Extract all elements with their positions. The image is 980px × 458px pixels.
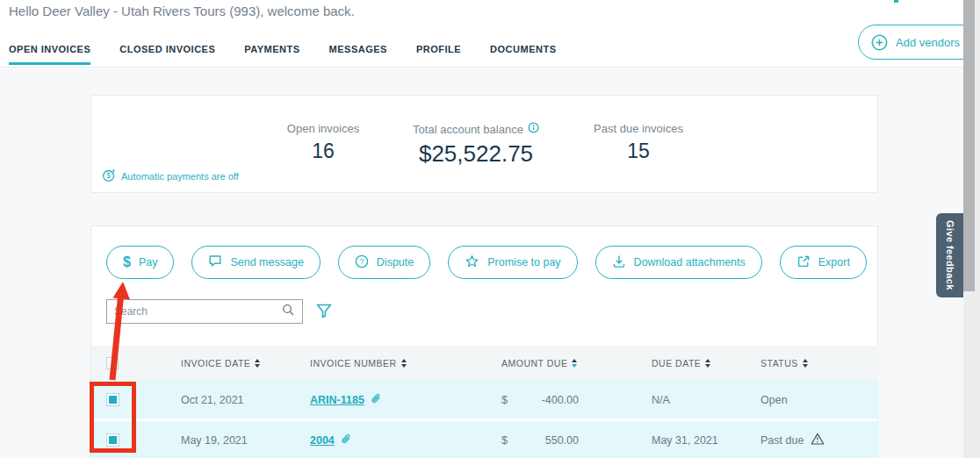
tab-payments[interactable]: PAYMENTS bbox=[244, 44, 299, 65]
tab-bar: OPEN INVOICES CLOSED INVOICES PAYMENTS M… bbox=[9, 44, 556, 65]
tab-profile[interactable]: PROFILE bbox=[416, 44, 461, 65]
dispute-label: Dispute bbox=[377, 256, 414, 268]
tab-documents[interactable]: DOCUMENTS bbox=[490, 44, 556, 65]
pay-button[interactable]: $ Pay bbox=[106, 246, 174, 279]
promise-to-pay-label: Promise to pay bbox=[487, 256, 560, 268]
svg-text:?: ? bbox=[359, 257, 364, 266]
currency-symbol: $ bbox=[501, 394, 508, 406]
download-icon bbox=[612, 254, 626, 271]
column-status[interactable]: STATUS bbox=[760, 358, 879, 369]
amount-value: -400.00 bbox=[542, 394, 579, 406]
vendor-portal-page: Hello Deer Valley - Utah Rivers Tours (9… bbox=[0, 0, 980, 458]
download-attachments-button[interactable]: Download attachments bbox=[595, 246, 762, 279]
account-summary-card: Open invoices 16 Total account balance $… bbox=[90, 95, 878, 193]
amount-due-cell: $ 550.00 bbox=[501, 434, 579, 447]
clipped-button-edge bbox=[894, 0, 898, 3]
status-cell: Open bbox=[760, 394, 879, 406]
column-invoice-date[interactable]: INVOICE DATE bbox=[181, 358, 310, 369]
checkbox-check bbox=[109, 436, 117, 444]
search-icon bbox=[282, 304, 295, 320]
stat-total-balance: Total account balance $25,522.75 bbox=[413, 122, 539, 168]
automatic-payments-link[interactable]: $ Automatic payments are off bbox=[102, 168, 239, 184]
dollar-icon: $ bbox=[123, 255, 131, 269]
currency-symbol: $ bbox=[501, 434, 508, 447]
attachment-icon[interactable] bbox=[370, 393, 381, 407]
row-checkbox[interactable] bbox=[106, 433, 119, 447]
add-vendors-label: Add vendors bbox=[896, 36, 960, 49]
dispute-button[interactable]: ? Dispute bbox=[338, 246, 430, 279]
scrollbar-thumb[interactable] bbox=[963, 0, 975, 291]
send-message-button[interactable]: Send message bbox=[191, 246, 320, 279]
attachment-icon[interactable] bbox=[340, 433, 351, 447]
stat-label: Past due invoices bbox=[594, 122, 683, 135]
due-date-cell: May 31, 2021 bbox=[652, 434, 760, 447]
scrollbar-track[interactable] bbox=[963, 0, 980, 458]
table-row[interactable]: May 19, 2021 2004 $ 550.00 May 31, 2021 … bbox=[91, 421, 879, 458]
export-button[interactable]: Export bbox=[780, 246, 867, 279]
bulk-actions-toolbar: $ Pay Send message ? Dispute Promise to bbox=[106, 246, 867, 279]
star-icon bbox=[465, 254, 479, 271]
row-checkbox[interactable] bbox=[106, 393, 119, 406]
info-icon[interactable] bbox=[528, 122, 539, 136]
auto-pay-dollar-icon: $ bbox=[102, 168, 116, 184]
stat-value: 15 bbox=[594, 140, 683, 163]
status-badge: Open bbox=[760, 394, 788, 406]
open-invoices-card: $ Pay Send message ? Dispute Promise to bbox=[90, 225, 878, 458]
warning-icon bbox=[811, 433, 825, 447]
amount-value: 550.00 bbox=[545, 434, 579, 447]
plus-circle-icon bbox=[871, 34, 888, 51]
invoice-date-cell: Oct 21, 2021 bbox=[181, 394, 310, 406]
page-header: Hello Deer Valley - Utah Rivers Tours (9… bbox=[0, 0, 980, 68]
stat-value: $25,522.75 bbox=[413, 140, 539, 168]
greeting-text: Hello Deer Valley - Utah Rivers Tours (9… bbox=[9, 4, 355, 18]
invoice-date-cell: May 19, 2021 bbox=[181, 434, 310, 447]
tab-closed-invoices[interactable]: CLOSED INVOICES bbox=[119, 44, 215, 65]
sort-icon[interactable] bbox=[255, 359, 260, 368]
tab-messages[interactable]: MESSAGES bbox=[329, 44, 387, 65]
download-attachments-label: Download attachments bbox=[634, 256, 746, 268]
table-row[interactable]: Oct 21, 2021 ARIN-1185 $ -400.00 N/A Ope… bbox=[91, 381, 879, 419]
amount-due-cell: $ -400.00 bbox=[501, 394, 579, 406]
status-cell: Past due bbox=[760, 433, 879, 447]
tab-open-invoices[interactable]: OPEN INVOICES bbox=[9, 44, 90, 65]
checkbox-check bbox=[109, 396, 117, 404]
export-label: Export bbox=[818, 256, 850, 268]
filter-icon[interactable] bbox=[316, 304, 332, 322]
pay-label: Pay bbox=[139, 256, 158, 268]
column-amount-due[interactable]: AMOUNT DUE bbox=[501, 358, 652, 369]
sort-icon[interactable] bbox=[572, 359, 577, 368]
invoices-table: INVOICE DATE INVOICE NUMBER AMOUNT DUE D… bbox=[91, 346, 879, 458]
status-badge: Past due bbox=[760, 434, 803, 447]
stat-label: Total account balance bbox=[413, 123, 523, 136]
invoice-number-link[interactable]: 2004 bbox=[310, 434, 335, 447]
sort-icon[interactable] bbox=[401, 359, 407, 368]
export-icon bbox=[796, 254, 811, 271]
sort-icon[interactable] bbox=[803, 359, 808, 368]
table-header-row: INVOICE DATE INVOICE NUMBER AMOUNT DUE D… bbox=[91, 346, 879, 381]
stat-open-invoices: Open invoices 16 bbox=[287, 122, 359, 163]
svg-text:$: $ bbox=[106, 171, 111, 180]
due-date-cell: N/A bbox=[652, 394, 760, 406]
auto-pay-note: Automatic payments are off bbox=[121, 171, 239, 182]
give-feedback-tab[interactable]: Give feedback bbox=[936, 213, 963, 297]
column-invoice-number[interactable]: INVOICE NUMBER bbox=[310, 358, 501, 369]
search-input[interactable] bbox=[114, 305, 282, 318]
stat-value: 16 bbox=[287, 140, 359, 163]
promise-to-pay-button[interactable]: Promise to pay bbox=[448, 246, 577, 279]
question-icon: ? bbox=[355, 254, 369, 271]
invoice-number-link[interactable]: ARIN-1185 bbox=[310, 394, 364, 406]
stat-label: Open invoices bbox=[287, 122, 359, 135]
select-all-checkbox[interactable] bbox=[106, 357, 119, 369]
search-box bbox=[106, 299, 303, 324]
message-icon bbox=[208, 254, 222, 270]
stat-past-due: Past due invoices 15 bbox=[594, 122, 683, 163]
send-message-label: Send message bbox=[230, 256, 303, 268]
sort-icon[interactable] bbox=[705, 359, 710, 368]
column-due-date[interactable]: DUE DATE bbox=[652, 358, 760, 369]
add-vendors-button[interactable]: Add vendors bbox=[858, 25, 978, 60]
